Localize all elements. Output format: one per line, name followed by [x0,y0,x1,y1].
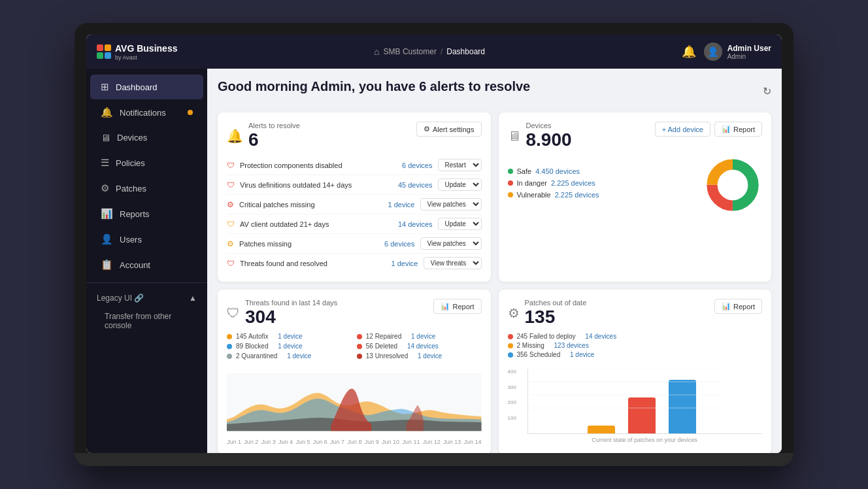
patches-report-button[interactable]: 📊 Report [714,299,762,314]
sidebar-label-users: Users [120,235,142,244]
dashboard-icon: ⊞ [101,81,109,93]
settings-icon: ⚙ [424,125,430,133]
alert-icon-patches: ⚙ [227,200,234,209]
sidebar-label-dashboard: Dashboard [116,82,158,92]
sidebar-item-reports[interactable]: 📊 Reports [90,201,203,226]
chart-dates: Jun 1Jun 2Jun 3Jun 4Jun 5Jun 6Jun 7Jun 8… [227,439,482,445]
sidebar-label-patches: Patches [116,184,146,194]
alerts-card-icon: 🔔 [227,128,243,144]
devices-label: Devices [526,122,572,129]
alerts-card: 🔔 Alerts to resolve 6 ⚙ Alert settings [218,112,491,282]
legend-deleted: 56 Deleted 14 devices [357,343,482,350]
legend-failed: 245 Failed to deploy 14 devices [508,333,763,340]
threats-count: 304 [245,307,337,328]
threats-card: 🛡 Threats found in last 14 days 304 📊 Re… [218,290,491,453]
safe-dot [508,169,513,174]
top-cards-grid: 🔔 Alerts to resolve 6 ⚙ Alert settings [218,112,771,282]
avatar: 👤 [704,42,722,61]
brand-sub: by Avast [115,54,177,61]
user-role: Admin [727,53,771,60]
sidebar-label-reports: Reports [120,209,150,219]
refresh-button[interactable]: ↻ [763,85,771,97]
legacy-ui-header[interactable]: Legacy UI 🔗 ▲ [86,288,207,308]
alert-row: ⚙ Critical patches missing 1 device View… [227,195,482,214]
alert-action-viewthreats[interactable]: View threats [424,257,482,269]
reports-icon: 📊 [101,208,113,220]
bar-chart-label: Current state of patches on your devices [527,437,763,443]
notification-icon[interactable]: 🔔 [682,44,696,59]
patches-title-area: ⚙ Patches out of date 135 [508,299,587,328]
breadcrumb: ⌂ SMB Customer / Dashboard [374,46,485,57]
legend-vulnerable: Vulnerable 2.225 devices [508,191,696,199]
alert-action-restart[interactable]: Restart [438,159,482,171]
logo-sq-blue [105,52,111,59]
legend-blocked: 89 Blocked 1 device [227,343,352,350]
user-name: Admin User [727,44,771,53]
y-axis-labels: 400 300 200 100 [508,369,516,430]
threat-legend: 145 Autofix 1 device 12 Repaired 1 devic… [227,333,482,362]
alert-row: ⚙ Patches missing 6 devices View patches [227,234,482,254]
devices-card-header: 🖥 Devices 8.900 + Add device 📊 [508,122,763,150]
legend-missing: 2 Missing 123 devices [508,342,763,349]
laptop-base [75,453,793,466]
logo-area: AVG Business by Avast [97,42,177,61]
sidebar-item-notifications[interactable]: 🔔 Notifications [90,100,203,125]
threats-card-icon: 🛡 [227,306,240,321]
alert-action-update2[interactable]: Update [438,218,482,230]
avg-logo: AVG Business by Avast [97,42,177,61]
alert-row: 🛡 Threats found and resolved 1 device Vi… [227,254,482,273]
legend-danger: In danger 2.225 devices [508,179,696,187]
legend-scheduled: 356 Scheduled 1 device [508,351,763,358]
bar-failed [588,426,615,433]
patches-count: 135 [525,307,587,328]
alert-action-viewpatches2[interactable]: View patches [420,237,482,250]
sidebar-item-users[interactable]: 👤 Users [90,227,203,252]
notifications-icon: 🔔 [101,107,113,118]
alert-icon-protection: 🛡 [227,161,235,170]
devices-title-area: 🖥 Devices 8.900 [508,122,572,150]
breadcrumb-sep: / [441,47,442,56]
breadcrumb-customer[interactable]: SMB Customer [384,47,437,56]
legacy-label: Legacy UI 🔗 [97,294,144,303]
gridlines [527,369,724,421]
threats-report-button[interactable]: 📊 Report [433,299,481,314]
sidebar-item-patches[interactable]: ⚙ Patches [90,176,203,201]
threats-title-area: 🛡 Threats found in last 14 days 304 [227,299,337,328]
legacy-section: Legacy UI 🔗 ▲ Transfer from other consol… [86,282,207,334]
sidebar-item-devices[interactable]: 🖥 Devices [90,126,203,150]
policies-icon: ☰ [101,157,109,169]
notifications-badge [188,110,193,115]
legend-safe: Safe 4.450 devices [508,167,696,175]
devices-card-content: Safe 4.450 devices In danger 2.225 devic… [508,156,763,214]
devices-report-button[interactable]: 📊 Report [714,122,762,137]
devices-icon: 🖥 [101,132,110,143]
sidebar-item-account[interactable]: 📋 Account [90,252,203,277]
alert-action-update1[interactable]: Update [438,178,482,191]
user-area: 🔔 👤 Admin User Admin [682,42,771,61]
alert-action-viewpatches1[interactable]: View patches [420,198,482,211]
sidebar-label-policies: Policies [116,158,145,168]
main-content: Good morning Admin, you have 6 alerts to… [207,69,782,453]
alerts-card-header: 🔔 Alerts to resolve 6 ⚙ Alert settings [227,122,482,150]
patches-card: ⚙ Patches out of date 135 📊 Report [499,290,772,453]
patches-card-header: ⚙ Patches out of date 135 📊 Report [508,299,763,328]
threats-card-header: 🛡 Threats found in last 14 days 304 📊 Re… [227,299,482,328]
home-icon[interactable]: ⌂ [374,46,379,57]
user-info: 👤 Admin User Admin [704,42,771,61]
alert-settings-button[interactable]: ⚙ Alert settings [416,122,482,137]
brand-name: AVG Business [115,43,177,54]
users-icon: 👤 [101,233,113,245]
sidebar: ⊞ Dashboard 🔔 Notifications 🖥 Devices ☰ … [86,69,207,453]
legend-quarantined: 2 Quarantined 1 device [227,352,352,360]
mid-cards-grid: 🛡 Threats found in last 14 days 304 📊 Re… [218,290,771,453]
threats-area-chart [227,369,482,435]
sidebar-item-policies[interactable]: ☰ Policies [90,150,203,175]
transfer-console-item[interactable]: Transfer from other console [86,308,207,334]
danger-dot [508,180,513,186]
donut-chart [703,156,762,214]
add-device-button[interactable]: + Add device [655,122,710,137]
alerts-count: 6 [248,129,300,150]
threats-report-icon: 📊 [441,302,450,311]
breadcrumb-current: Dashboard [446,47,485,56]
sidebar-item-dashboard[interactable]: ⊞ Dashboard [90,75,203,99]
